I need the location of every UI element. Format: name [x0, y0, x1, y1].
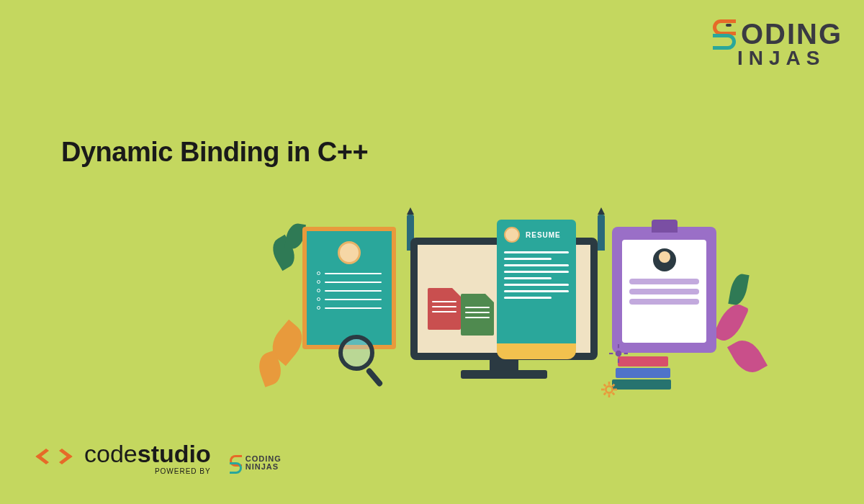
coding-ninjas-mini-logo: CODING NINJAS [228, 455, 282, 471]
avatar-icon [338, 241, 361, 264]
page-title: Dynamic Binding in C++ [61, 137, 368, 168]
person-icon [653, 248, 676, 271]
resume-label: RESUME [526, 231, 561, 239]
svg-line-12 [604, 393, 606, 395]
leaf-icon [727, 334, 768, 378]
leaf-icon [728, 272, 749, 306]
brand-logo-top: ODING INJAS [710, 18, 842, 70]
powered-by-label: POWERED BY [84, 467, 211, 475]
svg-rect-1 [618, 344, 619, 348]
document-icon [428, 288, 461, 330]
magnifier-icon [338, 335, 374, 371]
brand-glyph-icon [228, 455, 243, 471]
avatar-icon [504, 227, 520, 243]
clipboard-icon [612, 227, 716, 353]
gear-icon [601, 382, 617, 397]
brand-logo-bottom: codestudio POWERED BY CODING NINJAS [40, 441, 282, 475]
leaf-icon [713, 300, 750, 345]
resume-scroll-icon: RESUME [497, 220, 576, 349]
document-icon [461, 294, 494, 336]
brand-top-line1: ODING [741, 18, 842, 50]
codestudio-glyph-icon [40, 444, 74, 473]
svg-rect-2 [618, 359, 619, 363]
mini-brand-line1: CODING [246, 455, 282, 463]
hero-illustration: RESUME [259, 209, 763, 425]
svg-line-11 [613, 393, 615, 395]
codestudio-name: codestudio [84, 441, 211, 466]
svg-rect-3 [609, 353, 613, 354]
mini-brand-line2: NINJAS [246, 463, 282, 471]
svg-point-5 [606, 386, 612, 392]
svg-line-13 [613, 384, 615, 387]
gear-icon [609, 344, 628, 363]
svg-rect-4 [624, 353, 628, 354]
profile-card-icon [302, 227, 396, 349]
brand-glyph-icon [710, 19, 739, 50]
svg-point-0 [616, 351, 622, 357]
svg-line-10 [604, 384, 606, 387]
pencil-icon [598, 215, 605, 251]
